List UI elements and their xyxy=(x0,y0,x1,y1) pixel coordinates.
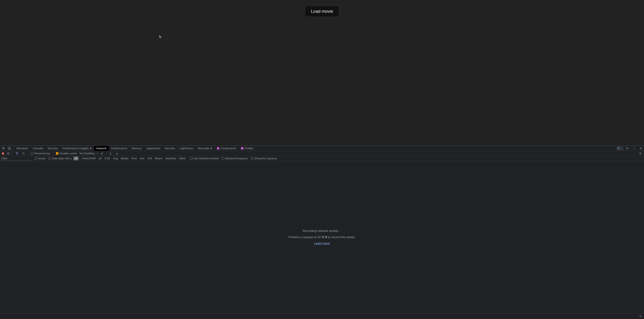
search-icon[interactable] xyxy=(21,151,26,156)
type-chip-img[interactable]: Img xyxy=(112,156,119,160)
close-icon[interactable] xyxy=(638,146,643,151)
clear-icon[interactable] xyxy=(6,151,10,156)
invert-checkbox[interactable]: Invert xyxy=(35,157,46,160)
devtools-tabs-row: Elements Console Sources Performance ins… xyxy=(0,146,644,151)
checkbox-icon xyxy=(48,157,51,160)
tab-label: Recorder xyxy=(198,147,209,150)
inspect-element-icon[interactable] xyxy=(1,146,6,151)
type-chip-doc[interactable]: Doc xyxy=(138,156,146,160)
close-icon[interactable] xyxy=(638,314,643,319)
divider xyxy=(106,152,106,155)
svg-point-7 xyxy=(634,149,634,150)
divider xyxy=(80,157,80,160)
tab-label: Security xyxy=(165,147,175,150)
react-icon: ⚛ xyxy=(217,147,220,150)
svg-point-4 xyxy=(627,148,628,149)
react-icon: ⚛ xyxy=(241,147,244,150)
tab-memory[interactable]: Memory xyxy=(130,146,144,151)
experiment-icon xyxy=(210,147,212,149)
svg-point-9 xyxy=(22,152,24,154)
tab-label: Application xyxy=(146,147,160,150)
tab-console[interactable]: Console xyxy=(30,146,46,151)
checkbox-label: Hide data URLs xyxy=(52,157,72,160)
network-toolbar: Preserve log Disable cache No throttling… xyxy=(0,151,644,156)
blocked-requests-checkbox[interactable]: Blocked Requests xyxy=(222,157,248,160)
tab-react-components[interactable]: ⚛Components xyxy=(214,146,238,151)
import-har-icon[interactable] xyxy=(108,151,113,156)
load-movie-button[interactable]: Load movie xyxy=(306,6,338,16)
empty-heading: Recording network activity… xyxy=(302,229,341,233)
type-chip-wasm[interactable]: Wasm xyxy=(154,156,164,160)
type-chip-font[interactable]: Font xyxy=(130,156,138,160)
tab-sources[interactable]: Sources xyxy=(46,146,60,151)
shortcut-modifier: ⌘ xyxy=(322,235,324,239)
export-har-icon[interactable] xyxy=(114,151,120,156)
tab-label: Memory xyxy=(132,147,142,150)
tab-application[interactable]: Application xyxy=(144,146,162,151)
learn-more-link[interactable]: Learn more xyxy=(314,242,330,245)
type-chip-ws[interactable]: WS xyxy=(146,156,153,160)
tab-label: Network xyxy=(96,147,106,150)
svg-rect-3 xyxy=(618,147,620,149)
tab-react-profiler[interactable]: ⚛Profiler xyxy=(238,146,256,151)
network-settings-icon[interactable] xyxy=(638,151,643,156)
checkbox-icon xyxy=(56,152,58,155)
more-vertical-icon[interactable] xyxy=(632,146,636,151)
checkbox-label: Disable cache xyxy=(60,152,77,155)
svg-point-10 xyxy=(102,154,102,155)
tab-network[interactable]: Network xyxy=(94,146,109,151)
checkbox-label: Has blocked cookies xyxy=(194,157,219,160)
type-chip-css[interactable]: CSS xyxy=(104,156,112,160)
empty-subtext-pre: Perform a request or hit xyxy=(288,236,321,239)
throttling-label: No throttling xyxy=(80,152,94,155)
type-chip-manifest[interactable]: Manifest xyxy=(164,156,177,160)
checkbox-label: Preserve log xyxy=(34,152,50,155)
empty-subtext-post: to record the reload. xyxy=(328,236,356,239)
devtools-panel: Elements Console Sources Performance ins… xyxy=(0,145,644,319)
tab-security[interactable]: Security xyxy=(162,146,177,151)
empty-subtext: Perform a request or hit ⌘ R to record t… xyxy=(288,235,356,239)
shortcut-key: R xyxy=(325,236,328,239)
filter-input[interactable] xyxy=(1,156,33,160)
device-toolbar-icon[interactable] xyxy=(7,146,12,151)
hide-data-urls-checkbox[interactable]: Hide data URLs xyxy=(48,157,72,160)
type-chip-fetch-xhr[interactable]: Fetch/XHR xyxy=(81,156,97,160)
network-filter-row: Invert Hide data URLs All Fetch/XHR JS C… xyxy=(0,156,644,161)
svg-point-6 xyxy=(634,148,634,149)
record-button[interactable] xyxy=(2,152,4,155)
throttling-dropdown[interactable]: No throttling ▼ xyxy=(80,152,98,155)
settings-icon[interactable] xyxy=(624,146,630,151)
preserve-log-checkbox[interactable]: Preserve log xyxy=(31,152,50,155)
disable-cache-checkbox[interactable]: Disable cache xyxy=(56,152,77,155)
checkbox-label: 3rd-party requests xyxy=(254,157,277,160)
filter-icon[interactable] xyxy=(14,151,20,156)
tab-label: Components xyxy=(220,147,236,150)
svg-point-11 xyxy=(640,153,641,154)
checkbox-icon xyxy=(35,157,38,160)
type-chip-all[interactable]: All xyxy=(73,156,78,160)
checkbox-icon xyxy=(222,157,224,160)
mouse-cursor-icon xyxy=(159,35,162,38)
checkbox-label: Blocked Requests xyxy=(226,157,248,160)
tab-elements[interactable]: Elements xyxy=(14,146,30,151)
issues-badge[interactable]: 1 xyxy=(616,147,624,150)
tab-label: Performance insights xyxy=(62,147,89,150)
tab-lighthouse[interactable]: Lighthouse xyxy=(177,146,196,151)
tab-performance[interactable]: Performance xyxy=(109,146,130,151)
tab-label: Profiler xyxy=(244,147,253,150)
third-party-requests-checkbox[interactable]: 3rd-party requests xyxy=(251,157,277,160)
has-blocked-cookies-checkbox[interactable]: Has blocked cookies xyxy=(190,157,219,160)
network-conditions-icon[interactable] xyxy=(99,151,104,156)
tab-performance-insights[interactable]: Performance insights xyxy=(60,146,94,151)
tab-recorder[interactable]: Recorder xyxy=(196,146,214,151)
tab-label: Sources xyxy=(48,147,58,150)
type-chip-other[interactable]: Other xyxy=(178,156,187,160)
checkbox-icon xyxy=(31,152,33,155)
svg-point-5 xyxy=(634,147,634,148)
type-chip-js[interactable]: JS xyxy=(98,156,103,160)
tab-label: Elements xyxy=(16,147,28,150)
tab-label: Performance xyxy=(111,147,127,150)
checkbox-icon xyxy=(190,157,192,160)
type-chip-media[interactable]: Media xyxy=(120,156,130,160)
tab-label: Lighthouse xyxy=(180,147,193,150)
